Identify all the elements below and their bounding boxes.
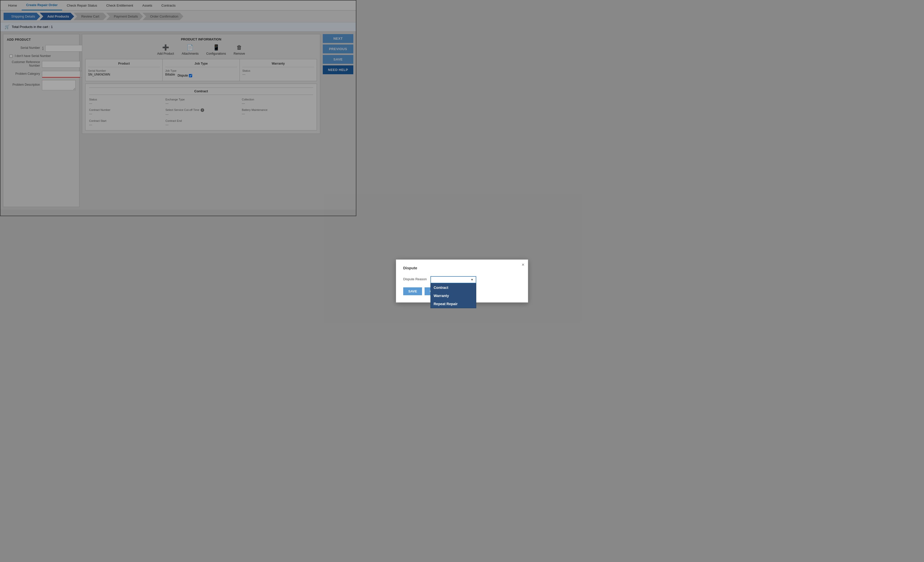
modal-overlay: Dispute × Dispute Reason ▼ Contract Warr… (0, 0, 356, 216)
